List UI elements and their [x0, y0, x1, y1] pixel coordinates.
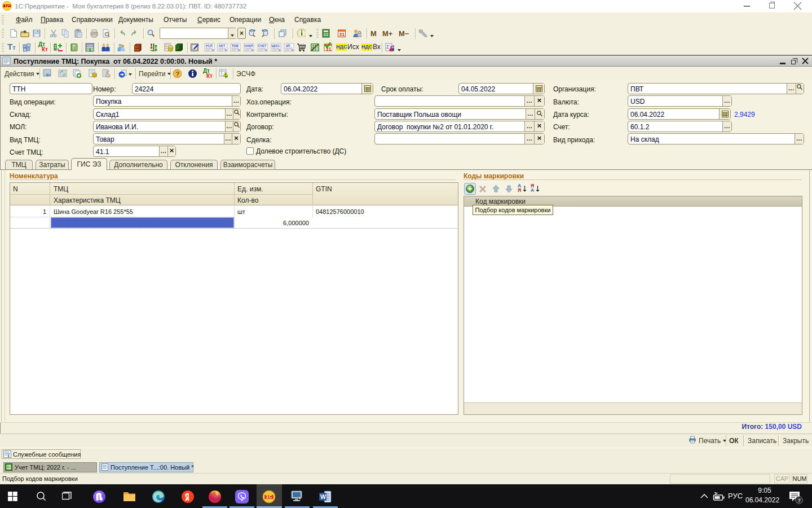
svg-text:Σ: Σ	[386, 44, 390, 50]
svg-text:?: ?	[176, 71, 180, 77]
svg-text:АКТ: АКТ	[219, 44, 226, 47]
svg-text:УСЛ: УСЛ	[206, 44, 213, 47]
svg-text:ЗП: ЗП	[286, 44, 290, 47]
svg-text:W: W	[320, 493, 326, 500]
svg-text:1С: 1С	[266, 494, 272, 500]
svg-text:31: 31	[339, 32, 345, 37]
svg-text:1С: 1С	[5, 4, 10, 9]
svg-text:7: 7	[798, 498, 801, 503]
svg-text:$: $	[89, 48, 91, 52]
svg-text:НАКЛ: НАКЛ	[245, 44, 253, 47]
svg-text:СЧЕТ: СЧЕТ	[258, 44, 267, 47]
svg-text:ТОВ: ТОВ	[232, 44, 239, 47]
svg-text:ЦЕХ1: ЦЕХ1	[272, 44, 280, 47]
